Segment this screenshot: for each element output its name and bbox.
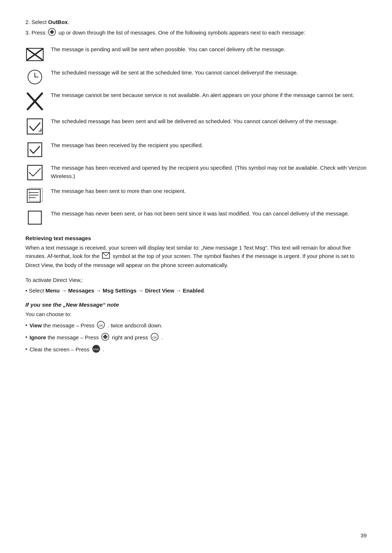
svg-rect-24 [28,211,41,224]
svg-rect-19 [27,189,40,202]
bullet-view: • View the message – Press OK . twice an… [25,321,367,331]
bullet-ignore: • Ignore the message – Press right and p… [25,333,367,343]
new-message-section: If you see the „New Message“ note You ca… [25,302,367,355]
empty-box-icon [25,210,44,225]
symbol-text-clock: The scheduled message will be sent at th… [51,69,367,77]
retrieving-header: Retrieving text messages [25,235,367,241]
symbol-text-xmark: The message cannot be sent because servi… [51,91,367,100]
bullet-dot-view: • [25,321,27,329]
ok-button-icon-ignore: OK [151,333,159,343]
ignore-bold: Ignore [29,334,46,340]
bullet-dot-clear: • [25,345,27,353]
symbol-item-checkbox-check: The message has been received by the rec… [25,141,367,157]
nav-button-icon-ignore [101,333,109,343]
step3-desc: 3. Press up or down through the list of … [25,28,367,39]
choose-line: You can choose to: [25,310,367,319]
checkbox-check-icon [25,142,44,157]
svg-text:END: END [93,348,99,351]
symbol-text-checkbox-check: The message has been received by the rec… [51,141,367,150]
symbol-text-checkbox-arrow: The scheduled message has been sent and … [51,117,367,126]
svg-marker-31 [103,335,105,338]
symbol-text-checkbox-open: The message has been received and opened… [51,164,367,180]
page-number: 39 [360,532,367,538]
svg-marker-32 [106,335,108,338]
symbol-list: The message is pending and will be sent … [25,45,367,225]
menu-path-bold: Menu → Messages → Msg Settings → Direct … [45,287,204,294]
step2-period: . [68,19,69,25]
bullet-text-ignore: Ignore the message – Press right and pre… [29,333,367,343]
step2-line: 2. Select OutBox. [25,18,367,27]
retrieving-section: Retrieving text messages When a text mes… [25,235,367,295]
symbol-text-empty: The message has never been sent, or has … [51,210,367,218]
svg-text:OK: OK [152,335,157,339]
checkbox-open-icon [25,165,44,181]
symbol-text-multi: The message has been sent to more than o… [51,187,367,195]
svg-text:OK: OK [99,323,103,327]
retrieving-body: When a text message is received, your sc… [25,243,367,270]
bullet-clear: • Clear the screen – Press END . [25,345,367,355]
bullet-text-clear: Clear the screen – Press END . [29,345,367,355]
envelope-icon [102,252,110,261]
svg-point-5 [51,31,53,33]
step2-bold: OutBox [48,19,68,25]
page-content: 2. Select OutBox. 3. Press up or down th… [25,18,367,355]
multi-icon [25,188,44,203]
svg-marker-4 [53,31,54,33]
view-bold: View [29,322,42,328]
pending-icon [25,46,44,62]
clock-icon [25,69,44,85]
checkbox-arrow-icon [25,118,44,135]
xmark-icon [25,92,44,111]
symbol-item-clock: The scheduled message will be sent at th… [25,69,367,85]
symbol-item-pending: The message is pending and will be sent … [25,45,367,62]
svg-marker-3 [49,31,51,33]
step2-label: 2. Select [25,19,48,25]
activate-line: To activate Direct View,: [25,276,367,284]
bullet-dot-ignore: • [25,333,27,341]
symbol-text-pending: The message is pending and will be sent … [51,45,367,54]
symbol-item-multi: The message has been sent to more than o… [25,187,367,203]
ok-button-icon-view: OK [97,321,105,331]
bullet-text-view: View the message – Press OK . twice ands… [29,321,367,331]
new-message-header: If you see the „New Message“ note [25,302,367,308]
symbol-item-checkbox-open: The message has been received and opened… [25,164,367,181]
menu-path-line: • Select Menu → Messages → Msg Settings … [25,286,367,295]
nav-circle-icon [48,28,56,39]
end-button-icon: END [92,345,100,355]
symbol-item-xmark: The message cannot be sent because servi… [25,91,367,111]
symbol-item-checkbox-arrow: The scheduled message has been sent and … [25,117,367,135]
svg-point-33 [105,336,106,338]
symbol-item-empty: The message has never been sent, or has … [25,210,367,225]
